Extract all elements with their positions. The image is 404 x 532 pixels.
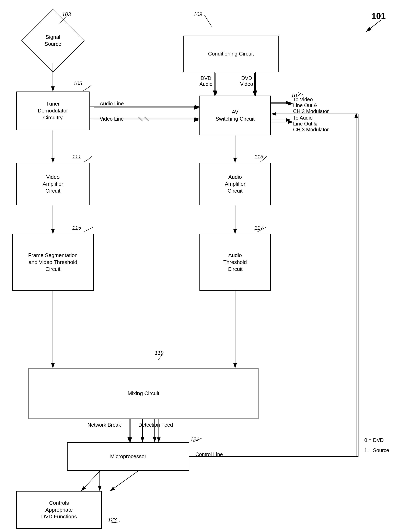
- frame-segmentation-block: Frame Segmentationand Video ThresholdCir…: [12, 234, 94, 291]
- svg-line-31: [138, 117, 143, 121]
- ref-119: 119: [155, 350, 163, 356]
- svg-line-22: [110, 471, 138, 491]
- detection-feed-label: Detection Feed: [138, 422, 173, 428]
- svg-line-2: [366, 20, 381, 32]
- audio-threshold-block: AudioThresholdCircuit: [199, 234, 271, 291]
- ref-109: 109: [193, 11, 202, 18]
- ref-123: 123: [108, 517, 117, 523]
- ref-121: 121: [190, 436, 199, 443]
- one-source-label: 1 = Source: [364, 447, 389, 453]
- tuner-demodulator-block: TunerDemodulatorCircuitry: [16, 92, 90, 130]
- dvd-video-label: DVDVideo: [240, 75, 253, 87]
- ref-105: 105: [73, 80, 82, 87]
- ref-103: 103: [62, 11, 71, 18]
- svg-line-43: [81, 471, 100, 491]
- to-audio-line-out-label: To AudioLine Out &CH.3 Modulator: [293, 115, 350, 133]
- network-break-label: Network Break: [87, 422, 121, 428]
- zero-dvd-label: 0 = DVD: [364, 437, 384, 443]
- ref-117: 117: [254, 225, 263, 231]
- ref-115: 115: [72, 225, 81, 231]
- dvd-audio-label: DVDAudio: [199, 75, 213, 87]
- ref-113: 113: [254, 153, 263, 160]
- mixing-circuit-block: Mixing Circuit: [28, 368, 259, 419]
- audio-line-label: Audio Line: [100, 101, 124, 107]
- signal-source-label: SignalSource: [31, 18, 75, 63]
- main-ref-number: 101: [371, 11, 386, 21]
- video-line-label: Video Line: [100, 116, 124, 122]
- controls-dvd-block: ControlsAppropriateDVD Functions: [16, 491, 102, 529]
- video-amplifier-block: VideoAmplifierCircuit: [16, 163, 90, 205]
- control-line-label: Control Line: [195, 451, 223, 457]
- microprocessor-block: Microprocessor: [67, 442, 189, 471]
- diagram-container: 101: [0, 0, 404, 532]
- to-video-line-out-label: To VideoLine Out &CH.3 Modulator: [293, 97, 350, 114]
- ref-111: 111: [72, 153, 81, 160]
- av-switching-block: AVSwitching Circuit: [199, 95, 271, 135]
- svg-line-25: [366, 20, 381, 32]
- svg-line-32: [144, 117, 149, 121]
- conditioning-circuit-block: Conditioning Circuit: [183, 36, 279, 72]
- audio-amplifier-block: AudioAmplifierCircuit: [199, 163, 271, 205]
